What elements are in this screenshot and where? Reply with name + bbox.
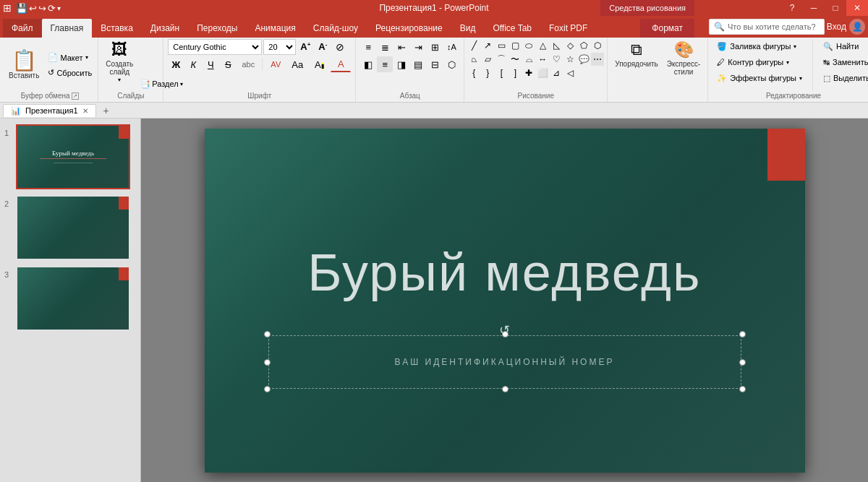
shape-freeform[interactable]: 〜 [509, 53, 522, 66]
new-slide-btn[interactable]: 🖼 Создать слайд ▾ [103, 39, 136, 85]
font-color-direct-btn[interactable]: A [331, 56, 351, 72]
shape-custom1[interactable]: ⊿ [550, 66, 563, 79]
increase-indent-btn[interactable]: ⇥ [410, 39, 426, 55]
help-icon[interactable]: ? [781, 0, 803, 16]
qat-reset-btn[interactable]: ⟳ [48, 3, 56, 14]
shape-bracket1[interactable]: [ [495, 66, 508, 79]
tab-office[interactable]: Office Tab [484, 19, 540, 38]
close-btn[interactable]: ✕ [846, 0, 868, 16]
paste-btn[interactable]: 📋 Вставить [4, 39, 43, 91]
shape-callout[interactable]: 💬 [577, 53, 590, 66]
shape-triangle[interactable]: △ [536, 39, 549, 52]
shape-oval[interactable]: ⬭ [522, 39, 535, 52]
slide-thumb-1[interactable]: Бурый медведь ————————— [16, 124, 130, 189]
align-center-btn[interactable]: ≡ [377, 56, 393, 72]
underline-btn[interactable]: Ч [203, 56, 218, 72]
tab-insert[interactable]: Вставка [92, 19, 142, 38]
tab-format[interactable]: Формат [640, 19, 694, 38]
tab-foxit[interactable]: Foxit PDF [540, 19, 596, 38]
shape-brace1[interactable]: { [467, 66, 480, 79]
text-highlight-btn[interactable]: A▮ [309, 56, 329, 72]
effect-shape-btn[interactable]: ✨ Эффекты фигуры ▾ [712, 71, 807, 85]
qat-dropdown-btn[interactable]: ▾ [57, 4, 61, 12]
search-help-text[interactable]: Что вы хотите сделать? [728, 22, 816, 31]
font-decrease-btn[interactable]: A- [315, 39, 331, 55]
numbers-btn[interactable]: ≣ [377, 39, 393, 55]
tab-home[interactable]: Главная [42, 19, 93, 38]
qat-save-btn[interactable]: 💾 [16, 3, 27, 14]
shape-cross[interactable]: ✚ [522, 66, 535, 79]
shape-dblarrow[interactable]: ↔ [536, 53, 549, 66]
smartart-btn[interactable]: ⬡ [443, 56, 459, 72]
shape-custom2[interactable]: ◁ [563, 66, 576, 79]
shadow-btn[interactable]: abc [237, 56, 259, 72]
font-color-btn[interactable]: Aa [287, 56, 307, 72]
layout-btn[interactable]: 📄 Макет ▾ [45, 51, 95, 65]
select-btn[interactable]: ⬚ Выделить [819, 71, 868, 85]
handle-bl[interactable] [264, 386, 271, 392]
presentation-tab[interactable]: 📊 Презентация1 ✕ [3, 104, 96, 117]
shape-diamond[interactable]: ◇ [563, 39, 576, 52]
italic-btn[interactable]: К [185, 56, 201, 72]
valign-btn[interactable]: ⊟ [427, 56, 443, 72]
slide-thumb-2[interactable] [16, 195, 130, 260]
font-clear-btn[interactable]: ⊘ [332, 39, 348, 55]
outline-shape-btn[interactable]: 🖊 Контур фигуры ▾ [712, 55, 807, 69]
strikethrough-btn[interactable]: S [220, 56, 236, 72]
font-name-selector[interactable]: Century Gothic [168, 39, 262, 55]
quick-styles-btn[interactable]: 🎨 Экспресс-стили [664, 39, 704, 99]
shape-brace2[interactable]: } [481, 66, 494, 79]
maximize-btn[interactable]: □ [825, 0, 846, 16]
char-spacing-btn[interactable]: AV [265, 56, 286, 72]
shape-plaque[interactable]: ⬜ [536, 66, 549, 79]
minimize-btn[interactable]: ─ [803, 0, 825, 16]
columns-btn[interactable]: ⊞ [427, 39, 443, 55]
bold-btn[interactable]: Ж [168, 56, 184, 72]
shape-hexagon[interactable]: ⬡ [591, 39, 604, 52]
shape-rect[interactable]: ▭ [495, 39, 508, 52]
shape-parall[interactable]: ▱ [481, 53, 494, 66]
replace-btn[interactable]: ↹ Заменить [819, 55, 868, 69]
handle-tl[interactable] [264, 331, 271, 337]
qat-undo-btn[interactable]: ↩ [29, 3, 37, 14]
font-increase-btn[interactable]: A+ [297, 39, 313, 55]
shape-heart[interactable]: ♡ [550, 53, 563, 66]
fill-shape-btn[interactable]: 🪣 Заливка фигуры ▾ [712, 39, 807, 53]
slide-thumb-3[interactable] [16, 266, 130, 331]
tab-file[interactable]: Файл [3, 19, 42, 38]
shape-line[interactable]: ╱ [467, 39, 480, 52]
handle-ml[interactable] [264, 359, 271, 366]
tab-slideshow[interactable]: Слайд-шоу [305, 19, 367, 38]
font-size-selector[interactable]: 20 [263, 39, 296, 55]
clipboard-expand-icon[interactable]: ↗ [72, 92, 79, 100]
shape-curve[interactable]: ⌒ [495, 53, 508, 66]
tab-close-icon[interactable]: ✕ [82, 107, 88, 115]
arrange-btn[interactable]: ⧉ Упорядочить [612, 39, 661, 99]
slide-main-title[interactable]: Бурый медведь [205, 243, 805, 302]
tab-animation[interactable]: Анимация [246, 19, 304, 38]
login-btn[interactable]: Вход 👤 [827, 19, 865, 35]
tab-review[interactable]: Рецензирование [367, 19, 451, 38]
tab-design[interactable]: Дизайн [142, 19, 188, 38]
shape-bracket2[interactable]: ] [509, 66, 522, 79]
justify-btn[interactable]: ▤ [410, 56, 426, 72]
shape-trapez[interactable]: ⏢ [467, 53, 480, 66]
handle-tm[interactable] [502, 331, 509, 337]
shape-more[interactable]: ⋯ [591, 53, 604, 66]
shape-arrow[interactable]: ↗ [481, 39, 494, 52]
shape-arc[interactable]: ⌓ [522, 53, 535, 66]
tab-view[interactable]: Вид [451, 19, 485, 38]
find-btn[interactable]: 🔍 Найти [819, 39, 868, 53]
handle-mr[interactable] [739, 359, 746, 366]
handle-bm[interactable] [502, 386, 509, 392]
shape-rtriangle[interactable]: ◺ [550, 39, 563, 52]
tab-transitions[interactable]: Переходы [188, 19, 246, 38]
text-direction-btn[interactable]: ↕A [443, 39, 459, 55]
shape-pentagon[interactable]: ⬠ [577, 39, 590, 52]
shape-rounded-rect[interactable]: ▢ [509, 39, 522, 52]
reset-btn[interactable]: ↺ Сбросить [45, 66, 95, 80]
new-tab-btn[interactable]: + [98, 104, 115, 117]
align-left-btn[interactable]: ◧ [360, 56, 376, 72]
handle-br[interactable] [739, 386, 746, 392]
slide-canvas[interactable]: Бурый медведь ↺ ВАШ ИДЕНТИФИКАЦИОННЫЙ НО… [205, 129, 805, 473]
